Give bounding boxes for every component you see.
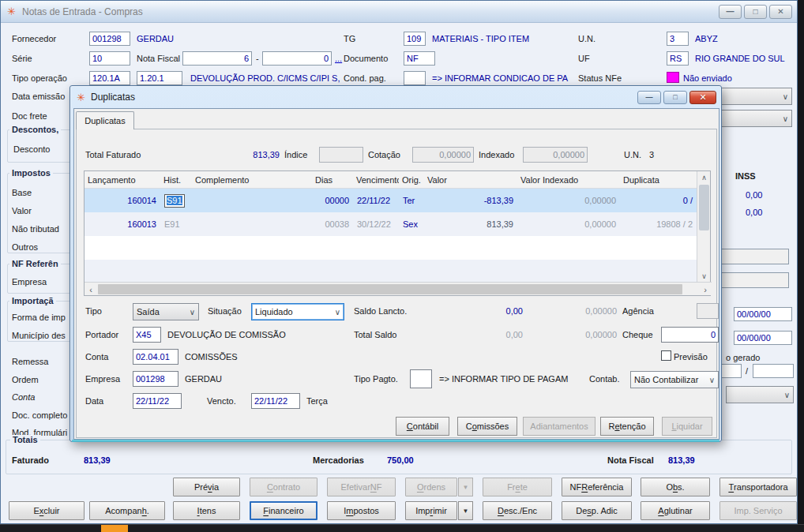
indexado-input[interactable]: 0,00000 [523,147,588,163]
nota-fiscal-input-2[interactable]: 0 [262,51,332,66]
sidebar-item-municipio-des[interactable]: Município des [12,331,66,340]
date-field-1[interactable]: 00/00/00 [734,307,792,321]
agencia-input[interactable] [697,303,719,319]
scrollbar-thumb[interactable] [98,284,682,294]
empresa-code-input[interactable]: 001298 [133,371,178,387]
liquidar-button[interactable]: Liquidar [662,417,712,436]
date-field-2[interactable]: 00/00/00 [734,331,792,345]
sidebar-item-data-emissao[interactable]: Data emissão [12,92,65,101]
impostos-button[interactable]: Impostos [327,501,396,520]
faturado-value: 813,39 [84,455,111,465]
desc-enc-button[interactable]: Desc./Enc [483,501,552,520]
desp-adic-button[interactable]: Desp. Adic [562,501,632,520]
scroll-right-icon[interactable]: › [699,283,712,296]
previsao-checkbox[interactable] [661,350,671,361]
column-header[interactable]: Orig. [399,171,424,188]
excluir-button[interactable]: Excluir [9,501,85,520]
tipo-pagto-input[interactable] [410,369,432,388]
column-header[interactable]: Lançamento [85,171,160,188]
situacao-select[interactable]: Liquidado ∨ [251,303,344,320]
right-dropdown-3[interactable]: ∨ [726,386,794,403]
nota-fiscal-input[interactable]: 6 [182,51,252,66]
sidebar-item-conta[interactable]: Conta [12,392,35,402]
sidebar-item-outros[interactable]: Outros [12,242,38,252]
portador-code-input[interactable]: X45 [133,327,161,343]
minimize-button[interactable]: — [719,5,742,19]
cheque-input[interactable]: 0 [661,327,719,343]
contrato-button[interactable]: Contrato [250,478,317,496]
contabil-button[interactable]: Contábil [396,417,449,436]
retencao-button[interactable]: Retenção [600,417,654,436]
imprimir-button[interactable]: Imprimir [405,501,457,520]
group-totais-title: Totais [10,435,40,444]
tipo-operacao-code1-input[interactable]: 120.1A [89,71,130,85]
column-header[interactable]: Duplicata [620,171,697,188]
obs-button[interactable]: Obs. [641,478,710,496]
tab-duplicatas[interactable]: Duplicatas [76,111,134,129]
sidebar-item-nao-tributad[interactable]: Não tributad [12,224,59,234]
hist-edit-cell[interactable]: S91 [164,194,185,208]
previa-button[interactable]: Prévia [173,478,240,496]
nf-referencia-button[interactable]: NF Referência [562,478,632,496]
scroll-up-icon[interactable]: ∧ [697,171,711,184]
scrollbar-thumb[interactable] [699,185,709,230]
data-input[interactable]: 22/11/22 [133,393,182,409]
itens-button[interactable]: Itens [173,501,240,520]
dialog-maximize-button[interactable]: □ [663,91,687,104]
sidebar-item-remessa[interactable]: Remessa [12,357,48,366]
un-code-input[interactable]: 3 [667,32,689,46]
tg-code-input[interactable]: 109 [404,32,426,46]
sidebar-item-empresa[interactable]: Empresa [12,277,47,287]
sidebar-item-ordem[interactable]: Ordem [12,375,39,384]
sidebar-item-forma-de-imp[interactable]: Forma de imp [12,313,66,322]
column-header[interactable]: Dias [312,171,353,188]
column-header[interactable]: Hist. [160,171,192,188]
table-row[interactable]: 160013E910003830/12/22Sex813,390,0000019… [85,212,697,236]
cotacao-input[interactable]: 0,00000 [412,147,474,163]
vertical-scrollbar[interactable]: ∧ ∨ [697,171,710,283]
scroll-down-icon[interactable]: ∨ [697,270,711,283]
column-header[interactable]: Valor Indexado [517,171,620,188]
ordens-button[interactable]: Ordens [405,478,457,496]
fornecedor-code-input[interactable]: 001298 [89,32,130,46]
imprimir-dropdown-button[interactable]: ▼ [458,501,473,520]
aglutinar-button[interactable]: Aglutinar [641,501,710,520]
financeiro-button[interactable]: Financeiro [250,501,317,520]
efetivar-nf-button[interactable]: Efetivar NF [327,478,396,496]
table-row[interactable]: 160014S910000022/11/22Ter-813,390,000000… [85,189,697,212]
nota-fiscal-more-link[interactable]: ... [335,54,342,63]
column-header[interactable]: Complemento [192,171,312,188]
scroll-left-icon[interactable]: ‹ [85,283,97,296]
comissoes-button[interactable]: Comissões [457,417,517,436]
imp-servico-button[interactable]: Imp. Serviço [719,501,797,520]
close-button[interactable]: ✕ [769,5,792,19]
uf-code-input[interactable]: RS [667,51,689,66]
serie-input[interactable]: 10 [89,51,130,66]
column-header[interactable]: Vencimento [353,171,399,188]
sidebar-item-desconto[interactable]: Desconto [13,144,50,154]
conta-code-input[interactable]: 02.04.01 [133,349,178,365]
column-header[interactable]: Valor [424,171,517,188]
transportadora-button[interactable]: Transportadora [719,478,797,496]
ordens-dropdown-button[interactable]: ▼ [458,478,473,496]
tipo-operacao-code2-input[interactable]: 1.20.1 [137,71,182,85]
vencto-input[interactable]: 22/11/22 [251,393,300,409]
indice-input[interactable] [319,147,363,163]
sidebar-item-doc-frete[interactable]: Doc frete [12,111,47,121]
frete-button[interactable]: Frete [483,478,552,496]
dialog-minimize-button[interactable]: — [637,91,661,104]
gerado-field-2[interactable] [753,364,794,378]
horizontal-scrollbar[interactable]: ‹ › [85,282,712,295]
sidebar-item-base[interactable]: Base [12,188,32,197]
dialog-close-button[interactable]: ✕ [689,91,716,104]
adiantamentos-button[interactable]: Adiantamentos [523,417,595,436]
maximize-button[interactable]: □ [744,5,767,19]
sidebar-item-valor[interactable]: Valor [12,206,32,215]
taskbar-active-app[interactable] [101,525,128,532]
tipo-select[interactable]: Saída ∨ [133,303,199,320]
documento-input[interactable]: NF [404,51,435,66]
sidebar-item-doc-completo[interactable]: Doc. completo [12,410,67,420]
cond-pag-input[interactable] [404,71,426,85]
acompanh-button[interactable]: Acompanh. [89,501,165,520]
contab-select[interactable]: Não Contabilizar ∨ [630,371,719,388]
